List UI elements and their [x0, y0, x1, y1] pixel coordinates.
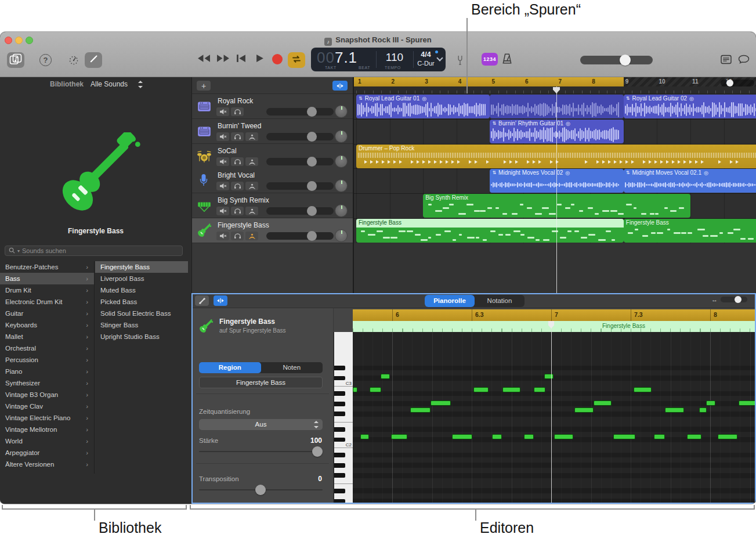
solo-headphones-button[interactable]	[231, 107, 244, 116]
editor-bar-ruler[interactable]: 66.377.38	[353, 309, 755, 321]
piano-keyboard[interactable]: C3C2C1	[334, 332, 353, 503]
solo-headphones-button[interactable]	[231, 182, 244, 190]
midi-note[interactable]	[381, 374, 390, 379]
track-volume-knob[interactable]	[307, 132, 317, 142]
midi-note[interactable]	[431, 400, 451, 406]
play-button[interactable]	[255, 54, 264, 63]
quick-help-button[interactable]: ?	[39, 54, 52, 66]
tab-notation[interactable]: Notation	[475, 295, 525, 307]
track-row[interactable]: Fingerstyle Bass	[192, 218, 353, 243]
library-filter-dropdown[interactable]: Alle Sounds	[91, 80, 128, 88]
black-key[interactable]	[334, 412, 345, 416]
library-patch-row[interactable]: Fingerstyle Bass	[95, 261, 188, 273]
library-category-row[interactable]: Synthesizer›	[0, 377, 94, 389]
mute-button[interactable]	[216, 132, 229, 141]
midi-note[interactable]	[360, 434, 369, 439]
library-patch-row[interactable]: Picked Bass	[95, 296, 188, 308]
midi-note[interactable]	[502, 387, 520, 392]
record-button[interactable]	[272, 54, 283, 64]
editor-zoom-knob[interactable]	[735, 296, 741, 303]
midi-note[interactable]	[699, 407, 707, 413]
piano-roll-grid[interactable]	[353, 332, 755, 503]
midi-note[interactable]	[452, 434, 472, 439]
catch-playhead-button[interactable]	[332, 81, 348, 91]
mute-button[interactable]	[216, 232, 229, 240]
black-key[interactable]	[334, 473, 345, 478]
mute-button[interactable]	[216, 182, 229, 190]
region[interactable]: ⇅Royal Lead Guitar 02◎	[624, 95, 756, 118]
mute-button[interactable]	[216, 157, 229, 166]
midi-note[interactable]	[687, 434, 701, 439]
midi-note[interactable]	[524, 434, 534, 439]
library-category-row[interactable]: Arpeggiator›	[0, 447, 94, 459]
black-key[interactable]	[334, 499, 345, 503]
input-monitor-button[interactable]	[245, 232, 258, 240]
tuner-icon[interactable]	[457, 55, 464, 65]
track-volume-slider[interactable]	[266, 158, 334, 165]
library-category-row[interactable]: Bass›	[0, 273, 94, 284]
timeline-zoom-knob[interactable]	[726, 80, 733, 86]
midi-note[interactable]	[391, 434, 407, 439]
editor-catch-playhead-button[interactable]	[214, 295, 227, 306]
library-category-row[interactable]: Vintage Electric Piano›	[0, 412, 94, 424]
midi-note[interactable]	[739, 400, 755, 406]
timeline-zoom-slider[interactable]	[721, 80, 754, 86]
library-category-row[interactable]: Vintage Clav›	[0, 400, 94, 412]
region[interactable]: Fingerstyle Bass	[356, 219, 624, 243]
library-category-row[interactable]: Keyboards›	[0, 319, 94, 331]
track-row[interactable]: Royal Rock	[192, 94, 353, 119]
black-key[interactable]	[334, 438, 345, 442]
playhead-line[interactable]	[556, 86, 557, 293]
strength-slider-knob[interactable]	[312, 446, 323, 457]
mute-button[interactable]	[216, 207, 229, 215]
black-key[interactable]	[334, 366, 345, 370]
metronome-button[interactable]	[501, 53, 513, 64]
track-volume-knob[interactable]	[307, 157, 317, 167]
black-key[interactable]	[334, 453, 345, 457]
pan-knob[interactable]	[335, 130, 348, 143]
go-to-beginning-button[interactable]	[236, 54, 246, 63]
black-key[interactable]	[334, 402, 345, 406]
quantize-select[interactable]: Aus	[199, 419, 323, 430]
count-in-button[interactable]: 1234	[482, 53, 498, 66]
library-category-row[interactable]: Vintage B3 Organ›	[0, 389, 94, 400]
input-monitor-button[interactable]	[245, 132, 258, 141]
tab-region[interactable]: Region	[199, 362, 261, 373]
bar-ruler[interactable]: 123456789101112	[354, 77, 756, 86]
input-monitor-button[interactable]	[245, 157, 258, 166]
track-volume-knob[interactable]	[307, 231, 317, 241]
library-category-row[interactable]: Percussion›	[0, 354, 94, 366]
add-track-button[interactable]: +	[197, 81, 211, 91]
transpose-slider-knob[interactable]	[255, 485, 266, 495]
black-key[interactable]	[334, 391, 345, 396]
black-key[interactable]	[334, 427, 345, 432]
region[interactable]: ⇅Midnight Moves Vocal 02.1◎	[624, 169, 756, 193]
midi-note[interactable]	[665, 407, 684, 413]
library-category-row[interactable]: Mallet›	[0, 331, 94, 342]
midi-note[interactable]	[634, 387, 652, 392]
midi-note[interactable]	[370, 387, 381, 392]
region[interactable]: ⇅Royal Lead Guitar 01◎	[356, 95, 490, 118]
solo-headphones-button[interactable]	[231, 207, 244, 215]
rewind-button[interactable]	[197, 54, 211, 63]
fast-forward-button[interactable]	[216, 54, 230, 63]
black-key[interactable]	[334, 376, 345, 381]
master-volume-knob[interactable]	[620, 55, 631, 66]
track-volume-slider[interactable]	[266, 108, 334, 116]
midi-note[interactable]	[706, 400, 715, 406]
tempo-dial-icon[interactable]	[67, 54, 80, 67]
track-volume-slider[interactable]	[266, 207, 334, 215]
track-volume-slider[interactable]	[266, 182, 334, 190]
track-row[interactable]: Big Synth Remix	[192, 193, 353, 218]
track-volume-slider[interactable]	[266, 133, 334, 140]
midi-note[interactable]	[554, 434, 573, 439]
track-row[interactable]: Burnin' Tweed	[192, 119, 353, 144]
black-key[interactable]	[334, 463, 345, 468]
midi-note[interactable]	[353, 387, 357, 392]
pan-knob[interactable]	[335, 179, 348, 192]
pan-knob[interactable]	[335, 204, 348, 217]
region-name-button[interactable]: Fingerstyle Bass	[199, 377, 323, 388]
editor-zoom-control[interactable]: ↔	[711, 296, 747, 303]
pan-knob[interactable]	[335, 155, 348, 168]
track-row[interactable]: SoCal	[192, 144, 353, 169]
